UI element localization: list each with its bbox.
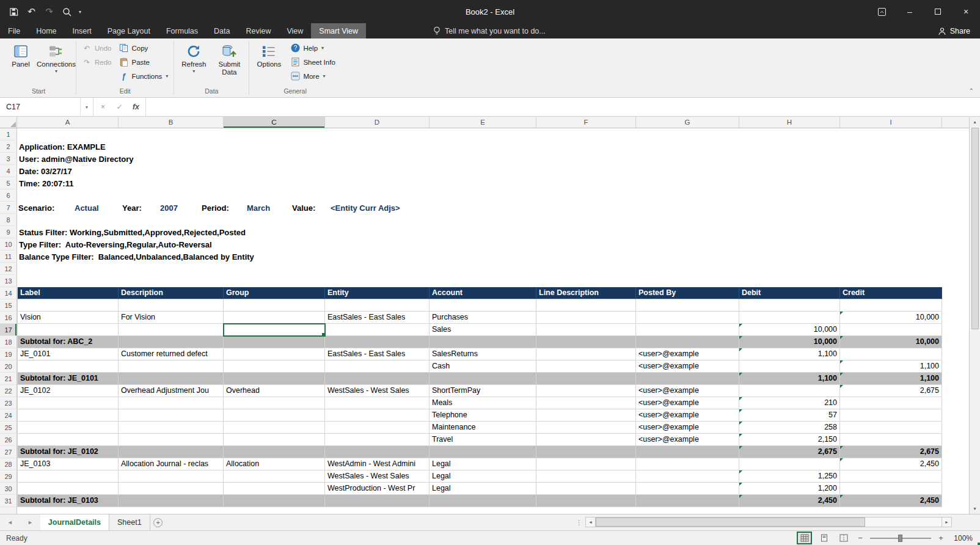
column-header-H[interactable]: H [739,117,840,128]
cell-B24[interactable] [119,409,224,422]
sheet-nav-right-button[interactable]: ► [20,519,40,525]
cell-F25[interactable] [536,422,636,434]
cell-C16[interactable] [224,312,325,324]
cell-G21[interactable] [636,373,739,385]
row-header-11[interactable]: 11 [0,251,17,263]
cell-C26[interactable] [224,434,325,446]
cell-B23[interactable] [119,397,224,409]
cell-I24[interactable] [840,409,942,422]
tell-me-box[interactable]: Tell me what you want to do... [433,23,546,38]
cell-G18[interactable] [636,336,739,348]
cell-C14[interactable]: Group [224,287,325,299]
empty-row-8[interactable] [17,214,969,226]
empty-row-6[interactable] [17,189,969,202]
cell-H31[interactable]: 2,450 [739,495,840,507]
cell-G19[interactable]: <user>@example [636,348,739,360]
sheet-tab-sheet1[interactable]: Sheet1 [109,514,150,530]
cell-A18[interactable]: Subtotal for: ABC_2 [17,336,119,348]
column-header-E[interactable]: E [430,117,536,128]
cell-C19[interactable] [224,348,325,360]
zoom-slider[interactable] [870,538,931,539]
row-header-22[interactable]: 22 [0,385,17,397]
cell-H17[interactable]: 10,000 [739,324,840,336]
ribbon-tab-review[interactable]: Review [238,23,279,38]
cell-C21[interactable] [224,373,325,385]
cell-B30[interactable] [119,483,224,495]
zoom-out-button[interactable]: − [856,533,865,543]
cell-G17[interactable] [636,324,739,336]
column-header-C[interactable]: C [224,117,325,128]
cell-H16[interactable] [739,312,840,324]
vertical-scrollbar[interactable]: ▴ ▾ [969,117,980,514]
horizontal-scroll-thumb[interactable] [596,518,865,527]
cell-I16[interactable]: 10,000 [840,312,942,324]
cell-I22[interactable]: 2,675 [840,385,942,397]
ribbon-tab-formulas[interactable]: Formulas [158,23,206,38]
preview-button[interactable] [58,2,76,21]
normal-view-button[interactable] [797,532,811,544]
row-header-10[interactable]: 10 [0,238,17,251]
cell-F31[interactable] [536,495,636,507]
cell-G15[interactable] [636,299,739,312]
undo-button-qat[interactable]: ↶ [23,2,40,21]
submit-data-button[interactable]: Submit Data [211,39,247,87]
cell-E23[interactable]: Meals [430,397,536,409]
cell-D28[interactable]: WestAdmin - West Admini [325,458,430,470]
row-header-13[interactable]: 13 [0,275,17,287]
formula-input[interactable] [146,98,980,116]
cell-B14[interactable]: Description [119,287,224,299]
cell-G20[interactable]: <user>@example [636,360,739,373]
ribbon-tab-insert[interactable]: Insert [65,23,100,38]
cell-B27[interactable] [119,446,224,458]
cell-I28[interactable]: 2,450 [840,458,942,470]
collapse-ribbon-button[interactable]: ⌃ [969,87,974,94]
cell-D25[interactable] [325,422,430,434]
cell-F26[interactable] [536,434,636,446]
sheet-nav-left-button[interactable]: ◄ [0,519,20,525]
cell-C25[interactable] [224,422,325,434]
cell-F17[interactable] [536,324,636,336]
row-header-2[interactable]: 2 [0,141,17,153]
cell-A19[interactable]: JE_0101 [17,348,119,360]
cell-C24[interactable] [224,409,325,422]
cell-I27[interactable]: 2,675 [840,446,942,458]
cell-F15[interactable] [536,299,636,312]
maximize-button[interactable] [924,0,952,23]
share-button[interactable]: Share [928,23,980,38]
cell-G24[interactable]: <user>@example [636,409,739,422]
cell-D29[interactable]: WestSales - West Sales [325,470,430,483]
panel-button[interactable]: Panel [3,39,38,87]
cell-E20[interactable]: Cash [430,360,536,373]
cell-A25[interactable] [17,422,119,434]
cell-A15[interactable] [17,299,119,312]
cell-F23[interactable] [536,397,636,409]
ribbon-tab-view[interactable]: View [279,23,311,38]
cell-C27[interactable] [224,446,325,458]
cell-C28[interactable]: Allocation [224,458,325,470]
cell-A23[interactable] [17,397,119,409]
horizontal-scroll-track[interactable] [596,517,942,527]
cell-D20[interactable] [325,360,430,373]
scroll-right-button[interactable]: ► [942,517,952,527]
row-header-15[interactable]: 15 [0,299,17,312]
cell-B29[interactable] [119,470,224,483]
cell-E19[interactable]: SalesReturns [430,348,536,360]
save-button[interactable] [5,2,23,21]
cell-I23[interactable] [840,397,942,409]
cell-H28[interactable] [739,458,840,470]
row-header-27[interactable]: 27 [0,446,17,458]
ribbon-display-options-button[interactable] [868,0,896,23]
customize-qat-button[interactable]: ▾ [76,9,84,15]
cell-G30[interactable] [636,483,739,495]
row-header-9[interactable]: 9 [0,226,17,238]
cell-E28[interactable]: Legal [430,458,536,470]
horizontal-scrollbar[interactable]: ◄ ► [585,514,952,530]
cell-H19[interactable]: 1,100 [739,348,840,360]
cell-A30[interactable] [17,483,119,495]
cell-E24[interactable]: Telephone [430,409,536,422]
cell-B26[interactable] [119,434,224,446]
cell-H29[interactable]: 1,250 [739,470,840,483]
cell-I25[interactable] [840,422,942,434]
cell-I21[interactable]: 1,100 [840,373,942,385]
cell-E31[interactable] [430,495,536,507]
